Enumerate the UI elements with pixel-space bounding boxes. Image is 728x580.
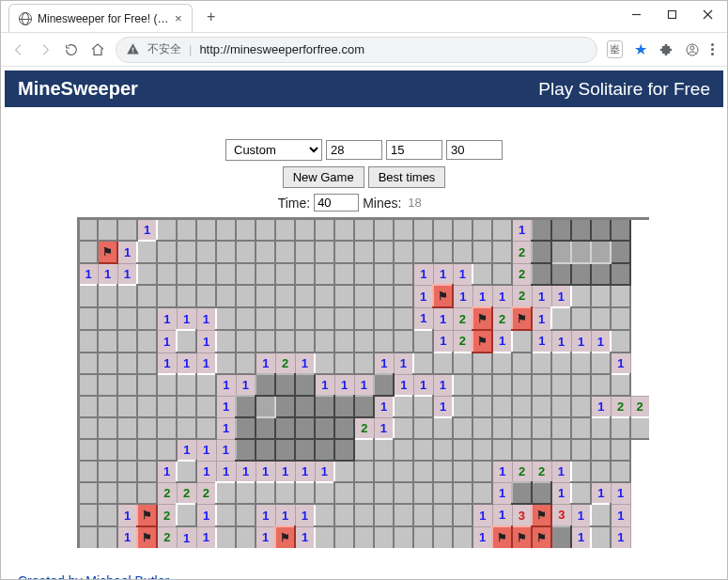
board-cell[interactable]: 2 — [512, 241, 532, 263]
board-cell[interactable]: 1 — [374, 353, 394, 374]
board-cell[interactable] — [216, 353, 236, 374]
board-cell[interactable] — [354, 307, 374, 330]
board-cell[interactable]: 2 — [512, 263, 532, 285]
board-cell[interactable] — [78, 374, 98, 396]
board-cell[interactable] — [334, 504, 354, 526]
board-cell[interactable]: 1 — [157, 330, 177, 353]
board-cell[interactable] — [571, 439, 591, 461]
board-cell[interactable] — [236, 439, 256, 461]
close-window-button[interactable] — [689, 1, 725, 27]
board-cell[interactable] — [137, 241, 157, 263]
board-cell[interactable] — [472, 353, 492, 374]
board-cell[interactable] — [216, 263, 236, 285]
board-cell[interactable] — [433, 526, 453, 550]
board-cell[interactable] — [413, 330, 433, 353]
board-cell[interactable] — [532, 417, 551, 439]
board-cell[interactable] — [196, 374, 216, 396]
board-cell[interactable] — [216, 241, 236, 263]
board-cell[interactable] — [611, 219, 630, 242]
board-cell[interactable] — [256, 396, 275, 417]
board-cell[interactable]: 1 — [177, 526, 196, 550]
board-cell[interactable]: 1 — [216, 461, 236, 482]
board-cell[interactable]: 1 — [532, 285, 551, 307]
board-cell[interactable] — [611, 307, 630, 330]
board-cell[interactable] — [236, 285, 256, 307]
board-cell[interactable] — [117, 417, 137, 439]
board-cell[interactable] — [591, 439, 611, 461]
board-cell[interactable] — [433, 439, 453, 461]
board-cell[interactable] — [236, 417, 256, 439]
board-cell[interactable]: 1 — [413, 374, 433, 396]
back-button[interactable] — [10, 41, 27, 58]
bookmark-star-icon[interactable]: ★ — [634, 40, 647, 58]
board-cell[interactable]: 1 — [98, 263, 117, 285]
author-link[interactable]: Created by Michael Butler — [18, 573, 169, 579]
board-cell[interactable]: 2 — [492, 307, 512, 330]
board-cell[interactable]: 1 — [551, 285, 571, 307]
board-cell[interactable] — [98, 439, 117, 461]
board-cell[interactable] — [117, 374, 137, 396]
board-cell[interactable] — [334, 417, 354, 439]
board-cell[interactable] — [334, 219, 354, 242]
board-cell[interactable] — [98, 504, 117, 526]
board-cell[interactable]: 1 — [177, 439, 196, 461]
board-cell[interactable] — [157, 219, 177, 242]
board-cell[interactable] — [374, 241, 394, 263]
board-cell[interactable] — [551, 417, 571, 439]
board-cell[interactable] — [334, 461, 354, 482]
board-cell[interactable] — [295, 285, 315, 307]
board-cell[interactable] — [413, 417, 433, 439]
board-cell[interactable] — [236, 241, 256, 263]
board-cell[interactable] — [611, 374, 630, 396]
board-cell[interactable] — [78, 219, 98, 242]
board-cell[interactable] — [472, 417, 492, 439]
board-cell[interactable] — [78, 504, 98, 526]
board-cell[interactable] — [374, 526, 394, 550]
board-cell[interactable] — [394, 263, 413, 285]
board-cell[interactable] — [453, 374, 472, 396]
board-cell[interactable]: 1 — [394, 353, 413, 374]
board-cell[interactable] — [236, 396, 256, 417]
board-cell[interactable] — [551, 241, 571, 263]
flag-cell[interactable] — [275, 526, 295, 550]
board-cell[interactable]: 1 — [117, 241, 137, 263]
board-cell[interactable] — [256, 482, 275, 504]
cols-input[interactable] — [326, 140, 382, 160]
board-cell[interactable] — [354, 241, 374, 263]
board-cell[interactable]: 1 — [78, 263, 98, 285]
flag-cell[interactable] — [512, 526, 532, 550]
maximize-button[interactable] — [654, 1, 689, 27]
board-cell[interactable]: 1 — [492, 482, 512, 504]
board-cell[interactable] — [216, 330, 236, 353]
board-cell[interactable] — [374, 439, 394, 461]
extensions-icon[interactable] — [658, 42, 674, 57]
board-cell[interactable] — [611, 285, 630, 307]
board-cell[interactable] — [275, 482, 295, 504]
board-cell[interactable]: 1 — [492, 330, 512, 353]
board-cell[interactable] — [256, 307, 275, 330]
board-cell[interactable] — [551, 526, 571, 550]
board-cell[interactable] — [334, 353, 354, 374]
board-cell[interactable] — [413, 482, 433, 504]
board-cell[interactable] — [275, 330, 295, 353]
board-cell[interactable] — [295, 263, 315, 285]
board-cell[interactable] — [117, 482, 137, 504]
board-cell[interactable] — [374, 374, 394, 396]
board-cell[interactable]: 1 — [413, 307, 433, 330]
board-cell[interactable] — [394, 330, 413, 353]
board-cell[interactable] — [532, 439, 551, 461]
board-cell[interactable] — [137, 263, 157, 285]
board-cell[interactable] — [117, 219, 137, 242]
minesweeper-board[interactable]: 1112111111211112111111122111121111111112… — [77, 217, 652, 551]
board-cell[interactable] — [571, 353, 591, 374]
board-cell[interactable] — [295, 374, 315, 396]
board-cell[interactable]: 2 — [157, 482, 177, 504]
home-button[interactable] — [89, 41, 106, 58]
board-cell[interactable] — [472, 461, 492, 482]
board-cell[interactable] — [354, 461, 374, 482]
board-cell[interactable] — [571, 417, 591, 439]
board-cell[interactable] — [137, 374, 157, 396]
flag-cell[interactable] — [98, 241, 117, 263]
board-cell[interactable]: 2 — [630, 396, 650, 417]
board-cell[interactable] — [315, 417, 334, 439]
